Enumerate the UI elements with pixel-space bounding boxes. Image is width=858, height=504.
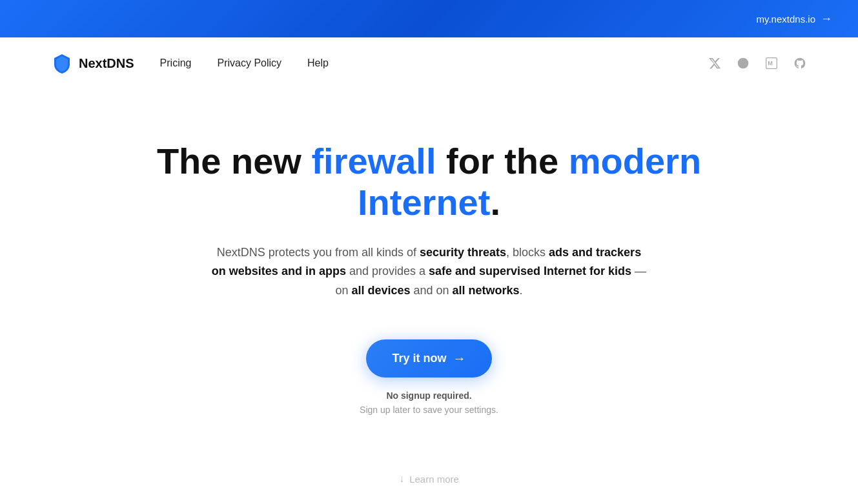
try-btn-text: Try it now xyxy=(392,352,446,365)
learn-more-arrow: ↓ xyxy=(399,473,404,485)
hero-title-part2: for the xyxy=(436,141,568,181)
try-btn-arrow: → xyxy=(453,351,466,366)
github-icon[interactable] xyxy=(793,57,806,70)
try-it-now-button[interactable]: Try it now → xyxy=(366,339,491,378)
nextdns-logo-icon xyxy=(52,53,72,74)
nav-right: M xyxy=(708,57,806,70)
svg-text:M: M xyxy=(768,60,773,66)
logo[interactable]: NextDNS xyxy=(52,53,134,74)
twitter-icon[interactable] xyxy=(708,57,721,70)
banner-arrow: → xyxy=(821,12,832,26)
hero-title: The new firewall for the modern Internet… xyxy=(139,141,720,224)
hero-title-end: . xyxy=(490,182,500,223)
banner-link-text: my.nextdns.io xyxy=(757,14,815,25)
my-nextdns-link[interactable]: my.nextdns.io → xyxy=(757,12,832,26)
medium-icon[interactable]: M xyxy=(765,57,778,70)
hero-title-part1: The new xyxy=(157,141,312,181)
reddit-icon[interactable] xyxy=(737,57,750,70)
nav-link-privacy-policy[interactable]: Privacy Policy xyxy=(217,57,281,69)
nav-left: NextDNS Pricing Privacy Policy Help xyxy=(52,53,329,74)
no-signup-text: No signup required. xyxy=(386,390,471,401)
hero-title-blue1: firewall xyxy=(311,141,436,181)
learn-more-section[interactable]: ↓ Learn more xyxy=(399,473,459,485)
hero-subtitle: NextDNS protects you from all kinds of s… xyxy=(210,243,649,301)
nav-link-pricing[interactable]: Pricing xyxy=(160,57,192,69)
nav-link-help[interactable]: Help xyxy=(307,57,329,69)
signup-later-text: Sign up later to save your settings. xyxy=(360,405,498,415)
learn-more-text: Learn more xyxy=(409,474,459,485)
top-banner: my.nextdns.io → xyxy=(0,0,858,37)
logo-text: NextDNS xyxy=(79,56,134,71)
page-wrapper: my.nextdns.io → NextDNS Pricing Privacy … xyxy=(0,0,858,504)
navbar: NextDNS Pricing Privacy Policy Help M xyxy=(0,37,858,89)
hero-section: The new firewall for the modern Internet… xyxy=(0,89,858,454)
